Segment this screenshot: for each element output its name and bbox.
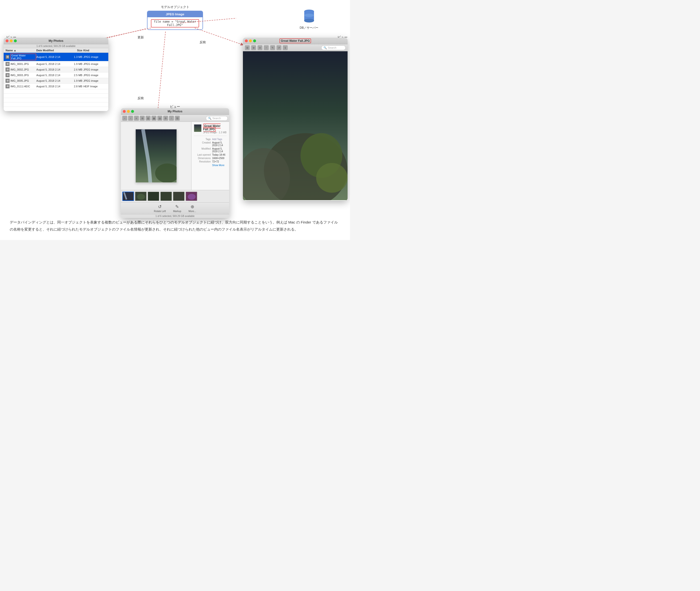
zoom-out-icon[interactable]: ⊖ — [257, 45, 262, 50]
view-gallery-icon[interactable]: ▦ — [152, 116, 157, 121]
preview-close-button[interactable] — [245, 40, 248, 42]
row-0-name: 🖼 Great Water Fall.JPG — [6, 54, 36, 60]
arrow-reflect2-label: 反映 — [137, 96, 144, 101]
rotate-icon[interactable]: ↺ — [277, 45, 281, 50]
finder-bottom-thumbnails — [121, 190, 229, 202]
more-icon: ⊕ — [190, 204, 194, 209]
info-resolution-row: Resolution 72×72 — [194, 160, 227, 163]
close-button[interactable] — [6, 40, 8, 42]
preview-search-box[interactable]: 🔍 Search — [321, 46, 346, 50]
row-4-name: 🖼 IMG_0005.JPG — [6, 79, 36, 83]
db-icon — [303, 8, 315, 24]
info-file-header: Great WaterFall.JPG JPEG image · 1.3 MB — [194, 124, 227, 136]
view-more-icon[interactable]: ▤ — [158, 116, 162, 121]
row-2-date: August 5, 2018 2:14 — [36, 68, 67, 71]
row-4-date: August 5, 2018 2:14 — [36, 79, 67, 82]
row-5-kind: HEIF Image — [83, 85, 106, 88]
rotate-left-button[interactable]: ↺ Rotate Left — [154, 204, 166, 212]
thumb-5[interactable] — [186, 192, 197, 201]
finder-row-5[interactable]: 🖼 IMG_0111.HEIC August 5, 2018 2:14 2.8 … — [4, 84, 108, 89]
finder-bottom-close[interactable] — [123, 110, 126, 113]
info-filename: Great WaterFall.JPG — [203, 124, 227, 131]
markup-icon: ✎ — [175, 204, 179, 209]
row-0-size: 1.3 MB — [67, 56, 83, 58]
db-label: DB／サーバー — [300, 26, 318, 30]
finder-top-window: My Photos 1 of 6 selected, 569.29 GB ava… — [4, 38, 108, 111]
bottom-search-box[interactable]: 🔍 Search — [206, 116, 228, 121]
file-icon-5: 🖼 — [6, 84, 9, 88]
maximize-button[interactable] — [14, 40, 17, 42]
zoom-in-icon[interactable]: ⊕ — [251, 45, 256, 50]
edit-icon[interactable]: ✎ — [270, 45, 275, 50]
dimensions-label: Dimensions — [194, 157, 212, 159]
info-type: JPEG image · 1.3 MB — [203, 131, 227, 134]
show-more-button[interactable]: Show More — [212, 164, 227, 167]
svg-point-24 — [188, 194, 196, 200]
col-size-header: Size — [67, 49, 83, 52]
row-5-size: 2.8 MB — [67, 85, 83, 88]
finder-bottom-info: Great WaterFall.JPG JPEG image · 1.3 MB … — [191, 122, 229, 190]
info-icon[interactable]: ℹ — [283, 45, 288, 50]
rotate-left-icon: ↺ — [158, 204, 162, 209]
row-1-name: 🖼 IMG_0001.JPG — [6, 62, 36, 66]
preview-window: Great Water Fall.JPG ⊞ ⊕ ⊖ ↑ ✎ ↺ ℹ 🔍 Sea… — [243, 38, 348, 201]
sidebar-toggle-icon[interactable]: ⊞ — [245, 45, 250, 50]
dimensions-value: 1668×2500 — [212, 157, 224, 159]
gear-icon[interactable]: ⚙ — [163, 116, 168, 121]
svg-point-2 — [304, 19, 314, 22]
row-2-size: 2.6 MB — [67, 68, 83, 71]
minimize-button[interactable] — [10, 40, 13, 42]
view-col-icon[interactable]: ▥ — [146, 116, 151, 121]
finder-row-0[interactable]: 🖼 Great Water Fall.JPG August 5, 2018 2:… — [4, 53, 108, 61]
thumb-2[interactable] — [148, 192, 160, 201]
finder-row-3[interactable]: 🖼 IMG_0003.JPG August 5, 2018 2:14 2.5 M… — [4, 72, 108, 78]
bottom-search-placeholder: Search — [213, 117, 221, 120]
preview-maximize-button[interactable] — [253, 40, 256, 42]
arrow-update-label: 更新 — [137, 35, 144, 40]
svg-rect-21 — [161, 192, 172, 201]
finder-top-status: 1 of 6 selected, 569.29 GB available — [4, 44, 108, 48]
model-card-header: JPEG Image — [148, 11, 202, 17]
thumb-4[interactable] — [173, 192, 185, 201]
row-2-name: 🖼 IMG_0002.JPG — [6, 68, 36, 71]
tags-value[interactable]: Add Tags — [212, 138, 223, 141]
traffic-lights — [6, 40, 17, 42]
more-button[interactable]: ⊕ More... — [189, 204, 196, 212]
db-container: DB／サーバー — [300, 8, 318, 30]
markup-button[interactable]: ✎ Markup — [173, 204, 181, 212]
search-icon: 🔍 — [324, 46, 327, 49]
forward-icon[interactable]: › — [128, 116, 133, 121]
link-icon[interactable]: ⛓ — [175, 116, 180, 121]
info-file-icon — [194, 124, 201, 132]
markup-label: Markup — [173, 210, 181, 212]
info-modified-row: Modified August 5, 2018 2:14 — [194, 147, 227, 153]
back-icon[interactable]: ‹ — [122, 116, 127, 121]
share-bottom-icon[interactable]: ↑ — [169, 116, 174, 121]
finder-bottom-image — [135, 129, 177, 183]
finder-bottom-titlebar: My Photos — [121, 108, 229, 115]
last-opened-label: Last opened — [194, 153, 212, 156]
col-kind-header: Kind — [83, 49, 106, 52]
finder-bottom-maximize[interactable] — [131, 110, 134, 113]
finder-row-2[interactable]: 🖼 IMG_0002.JPG August 5, 2018 2:14 2.6 M… — [4, 67, 108, 72]
svg-rect-16 — [194, 125, 201, 132]
bottom-search-icon: 🔍 — [208, 117, 212, 120]
view-grid-icon[interactable]: ⊞ — [140, 116, 145, 121]
view-list-icon[interactable]: ≡ — [134, 116, 139, 121]
thumb-1[interactable] — [135, 192, 147, 201]
share-icon[interactable]: ↑ — [264, 45, 269, 50]
preview-toolbar: ⊞ ⊕ ⊖ ↑ ✎ ↺ ℹ 🔍 Search — [243, 44, 348, 51]
preview-title-highlighted: Great Water Fall.JPG — [279, 39, 311, 43]
finder-bottom-toolbar: ‹ › ≡ ⊞ ▥ ▦ ▤ ⚙ ↑ ⛓ 🔍 Search — [121, 115, 229, 122]
row-4-size: 1.9 MB — [67, 79, 83, 82]
row-1-kind: JPEG image — [83, 63, 106, 65]
finder-bottom-minimize[interactable] — [127, 110, 130, 113]
finder-row-1[interactable]: 🖼 IMG_0001.JPG August 5, 2018 2:14 1.9 M… — [4, 61, 108, 67]
thumb-0[interactable] — [122, 192, 134, 201]
preview-traffic-lights — [245, 40, 256, 42]
finder-row-4[interactable]: 🖼 IMG_0005.JPG August 5, 2018 2:14 1.9 M… — [4, 78, 108, 84]
thumb-3[interactable] — [160, 192, 172, 201]
file-icon-4: 🖼 — [6, 79, 9, 83]
modified-value: August 5, 2018 2:14 — [212, 147, 227, 153]
preview-minimize-button[interactable] — [249, 40, 252, 42]
